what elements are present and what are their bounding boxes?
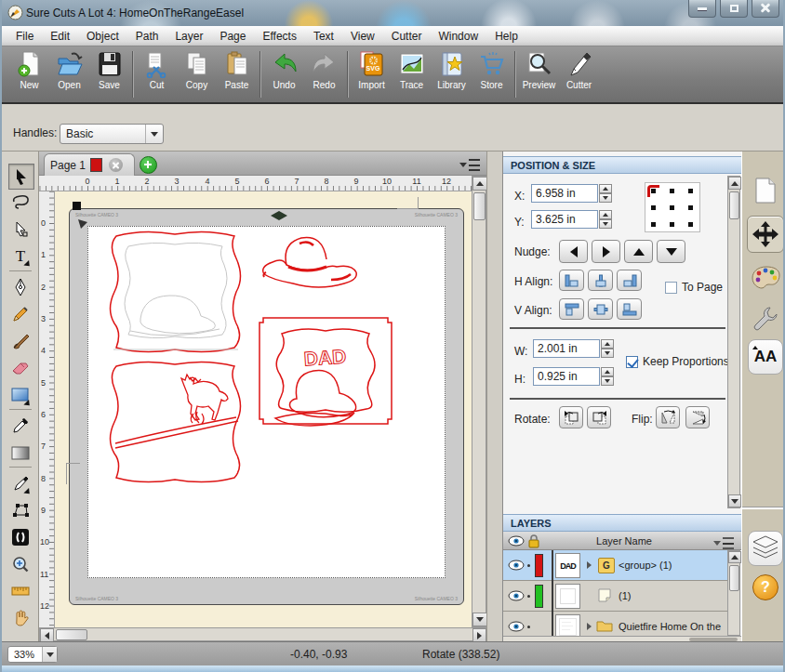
expand-triangle-icon[interactable]: [587, 623, 592, 630]
pencil-tool[interactable]: [8, 302, 33, 326]
flip-vertical-button[interactable]: [685, 406, 710, 428]
maximize-button[interactable]: [720, 0, 748, 18]
align-middle-v-button[interactable]: [588, 298, 613, 320]
move-panel-button[interactable]: [747, 216, 784, 253]
layers-scrollbar[interactable]: [727, 550, 740, 636]
scroll-up-icon[interactable]: [728, 177, 741, 190]
align-center-h-button[interactable]: [588, 270, 613, 291]
align-right-button[interactable]: [617, 270, 642, 291]
undo-button[interactable]: Undo: [264, 50, 304, 90]
rotate-ccw-button[interactable]: [559, 406, 583, 428]
bracket-tool[interactable]: [8, 525, 33, 549]
to-page-checkbox[interactable]: [665, 282, 677, 294]
scroll-thumb[interactable]: [729, 191, 739, 219]
menu-cutter[interactable]: Cutter: [383, 28, 431, 45]
position-size-header[interactable]: POSITION & SIZE: [503, 156, 741, 174]
layer-thumbnail[interactable]: DAD: [555, 553, 580, 578]
brush-tool[interactable]: [8, 329, 33, 353]
selection-handle[interactable]: [73, 202, 81, 210]
anchor-point-grid[interactable]: [645, 182, 700, 232]
knife-tool[interactable]: [8, 471, 33, 495]
nudge-right-button[interactable]: [592, 240, 620, 263]
design-hat[interactable]: [263, 237, 357, 287]
flip-horizontal-button[interactable]: [656, 406, 680, 428]
paste-button[interactable]: Paste: [217, 50, 257, 90]
page-color-swatch[interactable]: [90, 158, 102, 172]
width-spinner[interactable]: [601, 339, 614, 358]
scroll-down-icon[interactable]: [472, 613, 487, 626]
design-artwork[interactable]: DAD: [87, 226, 446, 578]
layer-label[interactable]: Quietfire Home On the: [619, 621, 721, 632]
style-panel-button[interactable]: [748, 260, 783, 296]
panel-scrollbar[interactable]: [727, 176, 740, 508]
menu-layer[interactable]: Layer: [166, 28, 211, 45]
lock-dot[interactable]: [527, 564, 530, 567]
menu-effects[interactable]: Effects: [254, 28, 304, 45]
eye-icon[interactable]: [508, 560, 525, 571]
scroll-thumb[interactable]: [56, 629, 87, 640]
rotate-cw-button[interactable]: [587, 406, 611, 428]
scroll-up-icon[interactable]: [728, 551, 741, 563]
layer-label[interactable]: (1): [619, 590, 631, 601]
tools-panel-button[interactable]: [748, 303, 783, 338]
lock-dot[interactable]: [527, 595, 530, 598]
gradient-tool[interactable]: [8, 441, 33, 465]
ruler-tool[interactable]: [8, 579, 33, 603]
save-button[interactable]: Save: [89, 50, 129, 90]
menu-file[interactable]: File: [7, 28, 42, 45]
scroll-right-icon[interactable]: [472, 628, 486, 642]
menu-help[interactable]: Help: [486, 28, 526, 45]
cutter-button[interactable]: Cutter: [559, 50, 599, 90]
design-card-blank[interactable]: [111, 231, 241, 351]
menu-path[interactable]: Path: [127, 28, 167, 45]
select-tool[interactable]: [8, 164, 34, 190]
layer-thumbnail[interactable]: [555, 584, 580, 609]
keep-proportions-checkbox[interactable]: [626, 356, 638, 368]
close-button[interactable]: [752, 0, 779, 18]
nudge-up-button[interactable]: [624, 240, 653, 263]
lock-dot[interactable]: [527, 626, 530, 628]
cut-button[interactable]: Cut: [137, 50, 177, 90]
scroll-thumb[interactable]: [473, 192, 486, 220]
scroll-down-icon[interactable]: [728, 494, 741, 507]
eraser-tool[interactable]: [8, 356, 33, 380]
store-button[interactable]: Store: [472, 50, 512, 90]
width-input[interactable]: [533, 339, 600, 358]
scroll-up-icon[interactable]: [472, 177, 487, 191]
layer-row[interactable]: (1): [503, 581, 728, 612]
eye-icon[interactable]: [508, 621, 525, 632]
nudge-down-button[interactable]: [657, 240, 685, 263]
y-input[interactable]: [531, 210, 598, 229]
menu-edit[interactable]: Edit: [42, 28, 78, 45]
menu-text[interactable]: Text: [305, 28, 342, 45]
x-input[interactable]: [531, 184, 598, 203]
align-bottom-button[interactable]: [617, 298, 642, 320]
menu-window[interactable]: Window: [430, 28, 486, 45]
copy-button[interactable]: Copy: [177, 50, 217, 90]
design-card-dad[interactable]: DAD: [259, 318, 392, 426]
scroll-thumb[interactable]: [729, 565, 739, 591]
zoom-dropdown[interactable]: 33%: [7, 646, 58, 663]
shape-tool[interactable]: [8, 383, 33, 407]
align-left-button[interactable]: [559, 270, 584, 291]
menu-object[interactable]: Object: [78, 28, 127, 45]
layers-panel-button[interactable]: [748, 531, 783, 566]
canvas-horizontal-scrollbar[interactable]: [39, 627, 487, 641]
document-panel-button[interactable]: [748, 173, 783, 208]
layers-options-menu[interactable]: [713, 537, 734, 549]
y-spinner[interactable]: [599, 210, 612, 229]
layer-row-group[interactable]: DAD G <group> (1): [503, 550, 728, 581]
add-page-button[interactable]: [140, 156, 157, 174]
menu-view[interactable]: View: [342, 28, 383, 45]
node-edit-tool[interactable]: [8, 498, 33, 522]
text-tool[interactable]: T: [8, 244, 33, 269]
help-button[interactable]: ?: [748, 570, 783, 605]
new-button[interactable]: New: [9, 50, 49, 90]
layers-header[interactable]: LAYERS: [503, 514, 741, 532]
nudge-left-button[interactable]: [559, 240, 588, 263]
canvas-viewport[interactable]: Silhouette CAMEO 3 Silhouette CAMEO 3 Si…: [55, 191, 472, 627]
scroll-left-icon[interactable]: [40, 628, 54, 642]
x-spinner[interactable]: [599, 184, 612, 203]
lasso-tool[interactable]: [8, 191, 33, 215]
panel-splitter[interactable]: [486, 152, 502, 641]
